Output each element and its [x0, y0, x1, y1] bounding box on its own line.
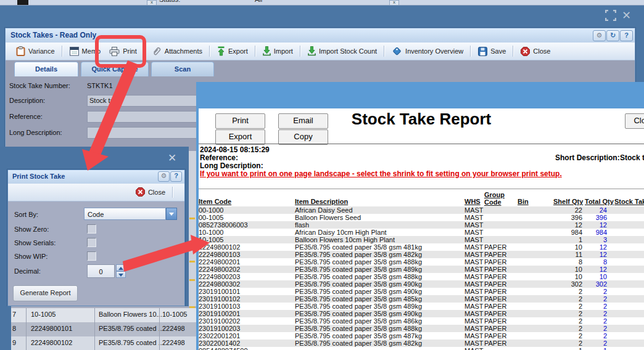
- column-header[interactable]: Item Description: [295, 198, 348, 205]
- print-hint-link[interactable]: If you want to print on one page landsca…: [200, 169, 562, 178]
- grid-row[interactable]: 710-1005Balloon Flowers 10...10-1005: [11, 308, 196, 323]
- report-copy-button[interactable]: Copy: [278, 129, 328, 145]
- grid-column-separator: [94, 322, 95, 336]
- report-cell: MAST: [464, 317, 483, 325]
- column-header[interactable]: Bin: [518, 198, 529, 205]
- report-cell: MAST: [464, 295, 483, 303]
- grid-column-separator: [94, 336, 95, 350]
- report-cell: 23022001402: [199, 340, 291, 347]
- help-icon[interactable]: ?: [620, 30, 633, 41]
- toolbar-separator: [384, 46, 385, 57]
- column-header[interactable]: Shelf Qty: [553, 198, 583, 205]
- grid-cell: 10-1005: [31, 311, 96, 318]
- status-value: All: [255, 0, 262, 3]
- tab-quick-capture[interactable]: Quick Capture: [81, 62, 149, 76]
- report-cell: MAST: [464, 347, 483, 350]
- long-description-input[interactable]: [87, 127, 198, 139]
- gear-icon[interactable]: ⚙: [158, 171, 170, 182]
- report-reference-label: Reference:: [200, 153, 238, 162]
- report-table-row: 22249800201PE35/8.795 coated paper 35/8 …: [199, 258, 644, 266]
- report-table-row: 00-1000African Daisy SeedMAST2224: [199, 206, 644, 214]
- import-button[interactable]: Import: [258, 44, 297, 58]
- memo-button[interactable]: Memo: [65, 45, 105, 58]
- report-cell: MAST: [464, 243, 483, 251]
- report-cell: MAST: [464, 325, 483, 332]
- report-cell: 0852738006003: [199, 221, 291, 229]
- column-header[interactable]: WHS: [464, 198, 481, 205]
- column-header[interactable]: Group: [484, 191, 505, 198]
- refresh-icon[interactable]: ↻: [606, 30, 619, 41]
- highlight-fragment: [189, 279, 195, 281]
- grid-cell: 22249800101: [31, 325, 96, 332]
- report-cell: 23019100201: [199, 310, 291, 317]
- decimal-input[interactable]: 0: [87, 264, 115, 278]
- report-table-row: 00-1005Balloon Flowers SeedMAST396396: [199, 214, 644, 221]
- report-cell: 12: [569, 251, 607, 258]
- clear-field-icon[interactable]: x: [389, 0, 399, 6]
- report-cell: MAST: [464, 258, 483, 266]
- clear-field-icon[interactable]: x: [147, 0, 157, 6]
- grid-column-separator: [26, 336, 27, 350]
- grid-column-separator: [94, 308, 95, 322]
- report-cell: Balloon Flowers 10cm High Plant: [295, 236, 461, 243]
- report-table-row: 10-1005Balloon Flowers 10cm High PlantMA…: [199, 236, 644, 243]
- print-label: Print: [123, 47, 137, 55]
- report-cell: PAPER: [484, 332, 515, 340]
- report-cell: PE35/8.795 coated paper 35/8 gsm 485kg: [295, 295, 461, 303]
- report-export-button[interactable]: Export: [215, 129, 265, 145]
- spinner-down-icon[interactable]: [116, 271, 126, 278]
- attachments-button[interactable]: Attachments: [147, 44, 207, 58]
- report-table-row: 23022001201PE35/8.795 coated paper 35/8 …: [199, 332, 644, 340]
- report-cell: PE35/8.795 coated paper 35/8 gsm 482kg: [295, 251, 461, 258]
- report-cell: 8: [569, 258, 607, 266]
- toolbar-separator: [300, 46, 301, 57]
- report-table-row: 22249800103PE35/8.795 coated paper 35/8 …: [199, 251, 644, 258]
- show-serials-checkbox[interactable]: [87, 238, 96, 247]
- column-header[interactable]: Stock Take Qty: [614, 198, 644, 205]
- report-cell: 2: [569, 340, 607, 347]
- import-stock-count-button[interactable]: Import Stock Count: [303, 44, 381, 58]
- report-cell: MAST: [464, 266, 483, 273]
- report-table-row: 23019100103PE35/8.795 coated paper 35/8 …: [199, 303, 644, 310]
- close-button[interactable]: Close: [516, 45, 555, 58]
- generate-report-button[interactable]: Generate Report: [13, 285, 78, 301]
- column-header[interactable]: Code: [484, 198, 502, 206]
- tag-icon: [392, 46, 402, 56]
- close-icon[interactable]: ✕: [622, 9, 631, 22]
- report-cell: 23019100103: [199, 303, 291, 310]
- sort-by-select[interactable]: Code: [84, 208, 166, 220]
- show-wip-checkbox[interactable]: [87, 251, 96, 261]
- description-input[interactable]: Stock take: [87, 95, 198, 107]
- report-cell: PAPER: [484, 340, 515, 347]
- show-zero-checkbox[interactable]: [87, 224, 96, 234]
- report-cell: PAPER: [484, 310, 515, 317]
- column-header[interactable]: Item Code: [199, 198, 231, 205]
- column-header[interactable]: Total Qty: [585, 198, 614, 205]
- report-long-description-label: Long Description:: [200, 161, 263, 170]
- report-cell: PAPER: [484, 317, 515, 325]
- inventory-overview-button[interactable]: Inventory Overview: [387, 44, 468, 58]
- grid-row[interactable]: 922249800102PE35/8.795 coated ...222498: [11, 336, 196, 350]
- tab-details[interactable]: Details: [14, 62, 78, 76]
- report-short-description-label: Short Description:: [555, 153, 620, 162]
- dialog-close-button[interactable]: Close: [131, 185, 170, 198]
- report-table-row: 10-1000African Daisy 10cm High PlantMAST…: [199, 229, 644, 236]
- export-icon: [217, 46, 225, 56]
- gear-icon[interactable]: ⚙: [593, 30, 606, 41]
- chevron-down-icon[interactable]: [166, 208, 177, 220]
- grid-column-separator: [26, 308, 27, 322]
- spinner-up-icon[interactable]: [116, 264, 126, 271]
- report-table-row: 23019100202PE35/8.795 coated paper 35/8 …: [199, 317, 644, 325]
- panel-close-icon[interactable]: ✕: [168, 152, 176, 165]
- print-button[interactable]: Print: [105, 45, 141, 58]
- export-button[interactable]: Export: [213, 44, 252, 58]
- window-titlebar: Stock Takes - Read Only ⚙ ↻ ?: [6, 28, 635, 43]
- tab-scan[interactable]: Scan: [151, 62, 214, 76]
- help-icon[interactable]: ?: [170, 171, 182, 182]
- reference-input[interactable]: [87, 111, 198, 123]
- save-button[interactable]: Save: [474, 45, 510, 58]
- maximize-icon[interactable]: [605, 10, 616, 21]
- grid-row[interactable]: 822249800101PE35/8.795 coated ...222498: [11, 322, 196, 337]
- variance-button[interactable]: Variance: [12, 44, 59, 58]
- report-close-button[interactable]: Close: [625, 113, 644, 129]
